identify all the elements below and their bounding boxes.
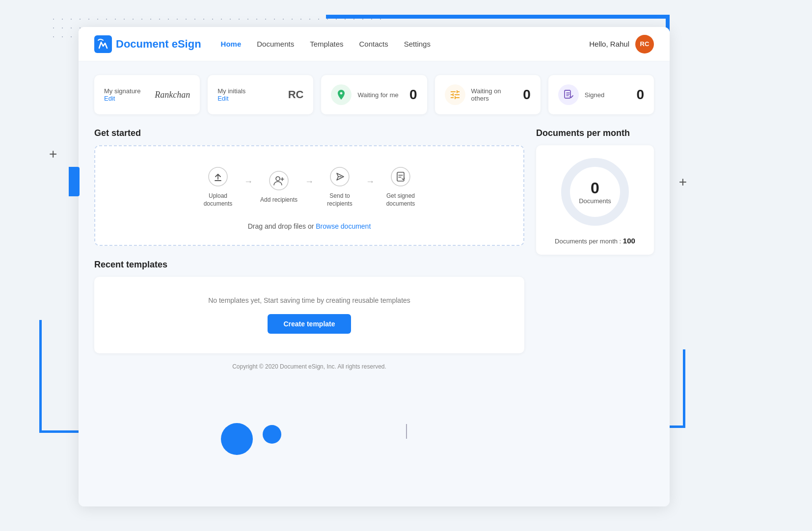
avatar[interactable]: RC bbox=[635, 35, 654, 53]
main-left-column: Get started bbox=[94, 128, 524, 380]
circle-small-decoration bbox=[263, 425, 281, 444]
signed-doc-icon bbox=[390, 166, 411, 187]
nav-links: Home Documents Templates Contacts Settin… bbox=[221, 40, 590, 48]
donut-chart: 0 Documents bbox=[558, 155, 632, 229]
logo-colored: eSign bbox=[172, 38, 201, 50]
stat-signature-label: My signature bbox=[104, 87, 149, 95]
templates-empty-box: No templates yet, Start saving time by c… bbox=[94, 277, 524, 353]
nav-documents[interactable]: Documents bbox=[257, 40, 294, 48]
step-add-recipients-label: Add recipients bbox=[260, 196, 298, 204]
docs-footer-text: Documents per month : bbox=[555, 238, 621, 245]
svg-point-6 bbox=[391, 167, 410, 186]
donut-count: 0 bbox=[579, 179, 611, 197]
stat-waiting-others-info: Waiting on others bbox=[471, 87, 517, 102]
step-add-recipients: Add recipients bbox=[257, 170, 301, 204]
stat-card-initials: My initials Edit RC bbox=[208, 75, 313, 114]
donut-center: 0 Documents bbox=[579, 179, 611, 205]
signed-icon bbox=[563, 89, 574, 101]
waiting-me-icon bbox=[335, 89, 347, 101]
donut-label: Documents bbox=[579, 197, 611, 205]
step-get-signed: Get signed documents bbox=[379, 166, 423, 208]
main-columns: Get started bbox=[94, 128, 654, 380]
stat-card-waiting-me: Waiting for me 0 bbox=[321, 75, 427, 114]
waiting-me-icon-circle bbox=[331, 84, 352, 105]
stat-signature-edit[interactable]: Edit bbox=[104, 95, 149, 102]
main-right-column: Documents per month 0 Documents Docu bbox=[536, 128, 654, 380]
waiting-others-icon-circle bbox=[445, 84, 465, 105]
stat-initials-label: My initials bbox=[217, 87, 282, 95]
templates-empty-text: No templates yet, Start saving time by c… bbox=[208, 296, 410, 304]
navbar: Document eSign Home Documents Templates … bbox=[79, 27, 670, 61]
content-area: My signature Edit Rankchan My initials E… bbox=[79, 61, 670, 506]
get-started-section: Get started bbox=[94, 128, 524, 246]
logo-area: Document eSign bbox=[94, 35, 201, 53]
step-get-signed-label: Get signed documents bbox=[379, 192, 423, 208]
circle-big-decoration bbox=[221, 423, 253, 455]
get-started-title: Get started bbox=[94, 128, 524, 138]
logo-text: Document eSign bbox=[116, 38, 201, 51]
blue-tab-left-decoration bbox=[69, 167, 80, 196]
signed-icon-circle bbox=[558, 84, 579, 105]
arrow-3: → bbox=[366, 177, 375, 187]
step-upload-label: Upload documents bbox=[196, 192, 240, 208]
footer-text: Copyright © 2020 Document eSign, Inc. Al… bbox=[232, 363, 386, 370]
arrow-2: → bbox=[305, 177, 314, 187]
stat-signed-value: 0 bbox=[636, 87, 644, 103]
docs-per-month-title: Documents per month bbox=[536, 128, 654, 138]
create-template-button[interactable]: Create template bbox=[268, 314, 351, 334]
stat-initials-info: My initials Edit bbox=[217, 87, 282, 102]
footer: Copyright © 2020 Document eSign, Inc. Al… bbox=[94, 353, 524, 380]
nav-templates[interactable]: Templates bbox=[310, 40, 343, 48]
initials-image: RC bbox=[288, 88, 304, 101]
signature-image: Rankchan bbox=[155, 90, 190, 100]
browse-document-link[interactable]: Browse document bbox=[316, 222, 371, 230]
step-send-recipients: Send to recipients bbox=[318, 166, 362, 208]
nav-right: Hello, Rahul RC bbox=[589, 35, 654, 53]
stat-waiting-me-label: Waiting for me bbox=[357, 91, 404, 99]
stat-card-signature: My signature Edit Rankchan bbox=[94, 75, 200, 114]
plus-left-decoration: + bbox=[49, 146, 57, 162]
stat-waiting-others-value: 0 bbox=[523, 87, 531, 103]
step-send-recipients-label: Send to recipients bbox=[318, 192, 362, 208]
svg-rect-0 bbox=[94, 35, 112, 53]
stat-waiting-me-value: 0 bbox=[409, 87, 417, 103]
nav-home[interactable]: Home bbox=[221, 40, 242, 48]
recent-templates-section: Recent templates No templates yet, Start… bbox=[94, 260, 524, 353]
main-card: Document eSign Home Documents Templates … bbox=[79, 27, 670, 506]
stat-waiting-others-label: Waiting on others bbox=[471, 87, 517, 102]
get-started-box[interactable]: Upload documents → bbox=[94, 145, 524, 246]
docs-per-month-card: 0 Documents Documents per month : 100 bbox=[536, 145, 654, 255]
vertical-line-decoration bbox=[406, 424, 407, 439]
nav-contacts[interactable]: Contacts bbox=[359, 40, 388, 48]
waiting-others-icon bbox=[449, 89, 461, 101]
stat-initials-edit[interactable]: Edit bbox=[217, 95, 282, 102]
drag-text-static: Drag and drop files or bbox=[248, 222, 314, 230]
upload-icon bbox=[207, 166, 229, 187]
docs-footer: Documents per month : 100 bbox=[555, 237, 635, 245]
stat-card-waiting-others: Waiting on others 0 bbox=[435, 75, 541, 114]
nav-settings[interactable]: Settings bbox=[404, 40, 431, 48]
stat-signed-label: Signed bbox=[585, 91, 631, 99]
stat-card-signed: Signed 0 bbox=[548, 75, 654, 114]
recent-templates-title: Recent templates bbox=[94, 260, 524, 270]
blue-bar-top-decoration bbox=[326, 15, 670, 19]
greeting-text: Hello, Rahul bbox=[589, 40, 629, 48]
plus-right-decoration: + bbox=[679, 174, 687, 190]
stat-waiting-me-info: Waiting for me bbox=[357, 91, 404, 99]
send-icon bbox=[329, 166, 351, 187]
logo-plain: Document bbox=[116, 38, 169, 50]
arrow-1: → bbox=[244, 177, 253, 187]
logo-icon bbox=[94, 35, 112, 53]
stat-signature-info: My signature Edit bbox=[104, 87, 149, 102]
stats-row: My signature Edit Rankchan My initials E… bbox=[94, 75, 654, 114]
steps-row: Upload documents → bbox=[196, 166, 423, 208]
docs-footer-value: 100 bbox=[623, 237, 635, 245]
step-upload: Upload documents bbox=[196, 166, 240, 208]
stat-signed-info: Signed bbox=[585, 91, 631, 99]
drag-drop-text: Drag and drop files or Browse document bbox=[248, 222, 371, 230]
add-people-icon bbox=[268, 170, 290, 191]
